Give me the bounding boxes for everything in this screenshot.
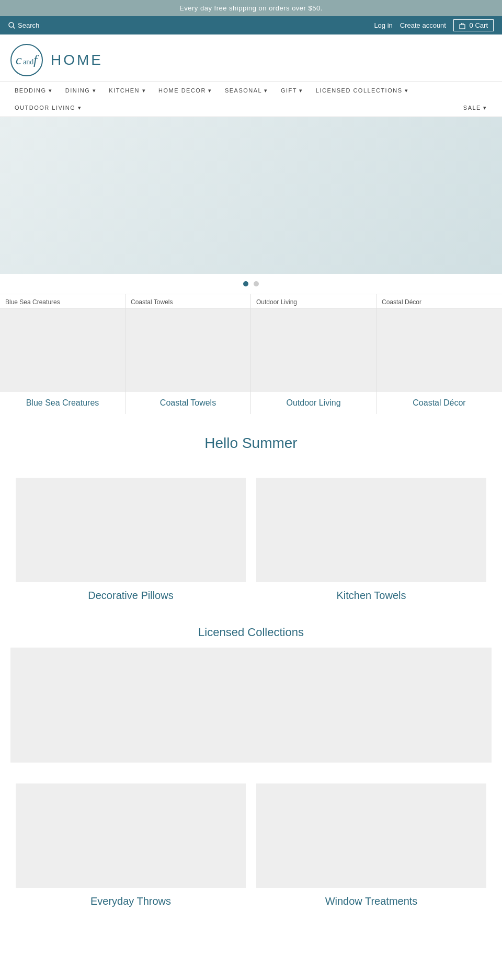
category-blue-sea-name: Blue Sea Creatures	[0, 392, 125, 414]
category-outdoor-living[interactable]: Outdoor Living Outdoor Living	[251, 294, 376, 414]
window-treatments-item[interactable]: Window Treatments	[251, 778, 492, 916]
search-icon	[8, 22, 15, 29]
nav-licensed-collections[interactable]: LICENSED COLLECTIONS ▾	[310, 82, 415, 99]
category-blue-sea-label: Blue Sea Creatures	[0, 294, 125, 308]
svg-rect-2	[460, 25, 465, 29]
create-account-link[interactable]: Create account	[400, 21, 446, 29]
category-grid: Blue Sea Creatures Blue Sea Creatures Co…	[0, 294, 502, 414]
search-button[interactable]: Search	[8, 21, 39, 29]
svg-line-1	[13, 27, 15, 29]
everyday-throws-img	[16, 783, 246, 888]
nav-dining[interactable]: DINING ▾	[59, 82, 103, 99]
window-treatments-label: Window Treatments	[256, 888, 486, 910]
hello-summer-title: Hello Summer	[10, 435, 492, 452]
everyday-throws-label: Everyday Throws	[16, 888, 246, 910]
bottom-items-grid: Everyday Throws Window Treatments	[0, 778, 502, 916]
nav-sale[interactable]: SALE ▾	[457, 99, 494, 117]
slide-1	[0, 117, 502, 274]
category-blue-sea[interactable]: Blue Sea Creatures Blue Sea Creatures	[0, 294, 126, 414]
everyday-throws-item[interactable]: Everyday Throws	[10, 778, 251, 916]
svg-text:f: f	[33, 52, 39, 67]
decorative-pillows-item[interactable]: Decorative Pillows	[10, 472, 251, 610]
category-coastal-towels-label: Coastal Towels	[126, 294, 250, 308]
hello-summer-section: Hello Summer	[0, 414, 502, 472]
category-coastal-towels-name: Coastal Towels	[126, 392, 250, 414]
licensed-collections-title: Licensed Collections	[10, 626, 492, 639]
decorative-pillows-img	[16, 478, 246, 582]
category-coastal-decor-img	[376, 308, 502, 392]
nav-bar: Search Log in Create account 0 Cart	[0, 16, 502, 34]
nav-kitchen[interactable]: KITCHEN ▾	[102, 82, 152, 99]
dot-2[interactable]	[254, 281, 259, 286]
logo-text: | HOME	[46, 52, 103, 68]
svg-text:and: and	[23, 58, 33, 66]
kitchen-towels-item[interactable]: Kitchen Towels	[251, 472, 492, 610]
dot-1[interactable]	[243, 281, 248, 286]
svg-point-0	[9, 22, 14, 27]
window-treatments-img	[256, 783, 486, 888]
category-coastal-towels[interactable]: Coastal Towels Coastal Towels	[126, 294, 251, 414]
banner-text: Every day free shipping on orders over $…	[179, 4, 323, 12]
category-outdoor-label: Outdoor Living	[251, 294, 376, 308]
category-coastal-decor-label: Coastal Décor	[376, 294, 502, 308]
logo-area[interactable]: c and f | HOME	[0, 34, 502, 82]
nav-bedding[interactable]: BEDDING ▾	[8, 82, 59, 99]
kitchen-towels-img	[256, 478, 486, 582]
cart-icon	[459, 23, 465, 29]
logo-icon: c and f	[10, 44, 43, 76]
nav-seasonal[interactable]: SEASONAL ▾	[219, 82, 275, 99]
cart-button[interactable]: 0 Cart	[453, 19, 494, 31]
login-link[interactable]: Log in	[374, 21, 392, 29]
decorative-pillows-label: Decorative Pillows	[16, 582, 246, 605]
main-navigation: BEDDING ▾ DINING ▾ KITCHEN ▾ HOME DECOR …	[0, 82, 502, 117]
category-outdoor-name: Outdoor Living	[251, 392, 376, 414]
summer-items-grid: Decorative Pillows Kitchen Towels	[0, 472, 502, 610]
hero-slideshow[interactable]	[0, 117, 502, 274]
search-label: Search	[18, 21, 39, 29]
licensed-collections-img[interactable]	[10, 648, 492, 763]
nav-actions: Log in Create account 0 Cart	[374, 19, 494, 31]
category-coastal-towels-img	[126, 308, 250, 392]
nav-gift[interactable]: GIFT ▾	[275, 82, 310, 99]
category-coastal-decor-name: Coastal Décor	[376, 392, 502, 414]
top-banner: Every day free shipping on orders over $…	[0, 0, 502, 16]
nav-home-decor[interactable]: HOME DECOR ▾	[152, 82, 219, 99]
svg-text:c: c	[16, 52, 22, 67]
nav-outdoor-living[interactable]: OUTDOOR LIVING ▾	[8, 99, 88, 117]
cart-label: 0 Cart	[470, 21, 488, 29]
slide-dots	[0, 274, 502, 294]
category-blue-sea-img	[0, 308, 125, 392]
kitchen-towels-label: Kitchen Towels	[256, 582, 486, 605]
category-coastal-decor[interactable]: Coastal Décor Coastal Décor	[376, 294, 502, 414]
licensed-collections-section: Licensed Collections	[0, 620, 502, 778]
category-outdoor-img	[251, 308, 376, 392]
